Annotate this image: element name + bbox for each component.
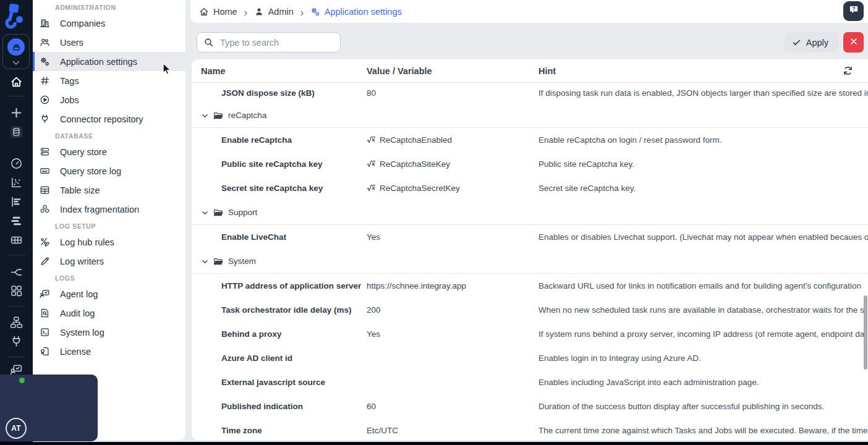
group-row-system[interactable]: System xyxy=(192,249,868,274)
close-icon xyxy=(849,37,858,48)
sidebar-item-system-log[interactable]: System log xyxy=(33,323,185,342)
setting-name: Enable LiveChat xyxy=(201,232,367,242)
setting-name: JSON dispose size (kB) xyxy=(201,88,367,98)
chevron-down-icon[interactable] xyxy=(201,111,209,119)
formula-icon xyxy=(367,184,376,193)
app-screen: AT ADMINISTRATIONCompaniesUsersApplicati… xyxy=(0,0,868,445)
sidebar-item-users[interactable]: Users xyxy=(33,33,185,52)
setting-row-public-site-recaptcha-key[interactable]: Public site reCaptcha keyReCaptchaSiteKe… xyxy=(192,152,868,176)
main-area: HomeAdminApplication settings ? Apply xyxy=(190,0,868,445)
list-bars-icon[interactable] xyxy=(10,214,23,227)
setting-row-time-zone[interactable]: Time zoneEtc/UTCThe current time zone ag… xyxy=(192,418,868,440)
chevron-down-icon[interactable] xyxy=(201,257,209,265)
setting-row-behind-a-proxy[interactable]: Behind a proxyYesIf system runs behind a… xyxy=(192,322,868,346)
setting-row-published-indication[interactable]: Published indication60Duration of the su… xyxy=(192,394,868,418)
setting-row-secret-site-recaptcha-key[interactable]: Secret site reCaptcha keyReCaptchaSecret… xyxy=(192,176,868,200)
sitemap-icon[interactable] xyxy=(10,316,23,329)
sidebar-item-label: Tags xyxy=(60,76,79,86)
group-label: reCaptcha xyxy=(228,111,266,120)
sidebar-item-log-hub-rules[interactable]: Log hub rules xyxy=(33,232,185,252)
setting-value: Yes xyxy=(367,329,538,339)
sidebar-item-application-settings[interactable]: Application settings xyxy=(33,52,185,71)
sidebar-item-table-size[interactable]: Table size xyxy=(33,180,185,200)
setting-row-http-address-of-application-server[interactable]: HTTP address of application serverhttps:… xyxy=(192,274,868,298)
sidebar-item-license[interactable]: License xyxy=(33,342,185,361)
sidebar-item-label: Jobs xyxy=(60,95,79,105)
vertical-scrollbar[interactable] xyxy=(864,295,867,370)
help-chat-button[interactable]: ? xyxy=(843,1,864,21)
sidebar-item-query-store-log[interactable]: Query store log xyxy=(33,161,185,180)
setting-value: https://schnee.integray.app xyxy=(367,281,538,290)
sidebar-item-connector-repository[interactable]: Connector repository xyxy=(33,109,185,129)
close-button[interactable] xyxy=(843,32,864,53)
bar-chart-icon[interactable] xyxy=(10,195,23,208)
scatter-chart-icon[interactable] xyxy=(10,176,23,189)
workspace-switcher[interactable] xyxy=(2,34,30,69)
breadcrumb-label: Home xyxy=(213,7,237,17)
sidebar-item-label: Query store log xyxy=(60,166,121,176)
sidebar-item-query-store[interactable]: Query store xyxy=(33,142,185,161)
gears-icon xyxy=(310,7,320,17)
column-header-hint[interactable]: Hint xyxy=(538,66,868,76)
sidebar-item-agent-log[interactable]: Agent log xyxy=(33,284,185,303)
setting-name: External javascript source xyxy=(201,378,367,387)
table-grid-icon[interactable] xyxy=(10,234,23,247)
setting-row-external-javascript-source[interactable]: External javascript sourceEnables includ… xyxy=(192,370,868,394)
widgets-icon[interactable] xyxy=(10,284,23,297)
formula-icon xyxy=(367,159,376,169)
search-input[interactable] xyxy=(219,37,333,48)
breadcrumb-admin[interactable]: Admin xyxy=(254,7,294,17)
folder-icon xyxy=(213,256,223,266)
refresh-icon[interactable] xyxy=(843,66,853,76)
setting-value: Etc/UTC xyxy=(367,426,538,435)
setting-row-enable-livechat[interactable]: Enable LiveChatYesEnables or disables Li… xyxy=(192,225,868,249)
setting-row-enable-recaptcha[interactable]: Enable reCaptchaReCaptchaEnabledEnable r… xyxy=(192,128,868,152)
plug-icon[interactable] xyxy=(10,335,23,348)
rail-divider xyxy=(7,306,25,307)
nav-section-logs: LOGS xyxy=(33,271,185,284)
rail-divider xyxy=(7,357,25,357)
sidebar-item-label: Companies xyxy=(60,19,105,28)
breadcrumb-application-settings[interactable]: Application settings xyxy=(310,7,402,17)
group-row-recaptcha[interactable]: reCaptcha xyxy=(192,103,868,128)
setting-name: HTTP address of application server xyxy=(201,281,367,290)
folder-icon xyxy=(213,208,223,218)
breadcrumb-home[interactable]: Home xyxy=(199,7,237,17)
setting-value: 60 xyxy=(367,402,538,411)
hash-icon xyxy=(40,75,50,86)
setting-value: 80 xyxy=(367,88,538,98)
avatar[interactable]: AT xyxy=(6,418,27,439)
chevron-down-icon[interactable] xyxy=(201,208,209,216)
integray-logo-icon[interactable] xyxy=(4,3,28,29)
license-icon xyxy=(40,346,50,357)
sidebar-item-tags[interactable]: Tags xyxy=(33,71,185,90)
sidebar-item-companies[interactable]: Companies xyxy=(33,14,185,33)
pen-icon xyxy=(40,256,50,266)
setting-row-json-dispose-size-kb[interactable]: JSON dispose size (kB)80If disposing tas… xyxy=(192,83,868,103)
play-circle-icon xyxy=(40,95,50,105)
sidebar-item-label: Index fragmentation xyxy=(60,205,139,214)
setting-row-task-orchestrator-idle-delay-ms[interactable]: Task orchestrator idle delay (ms)200When… xyxy=(192,298,868,322)
sidebar-item-index-fragmentation[interactable]: Index fragmentation xyxy=(33,200,185,219)
home-icon[interactable] xyxy=(10,75,23,88)
group-row-support[interactable]: Support xyxy=(192,200,868,225)
setting-row-azure-ad-client-id[interactable]: Azure AD client idEnables login in to In… xyxy=(192,346,868,370)
sidebar-item-audit-log[interactable]: Audit log xyxy=(33,303,185,323)
setting-name: Task orchestrator idle delay (ms) xyxy=(201,305,367,315)
column-header-value[interactable]: Value / Variable xyxy=(367,66,538,76)
table-size-icon xyxy=(40,185,50,195)
apply-button[interactable]: Apply xyxy=(785,32,838,53)
plus-icon[interactable] xyxy=(10,106,23,119)
gauge-icon[interactable] xyxy=(10,157,23,170)
database-box-icon[interactable] xyxy=(10,125,23,138)
sidebar-item-log-writers[interactable]: Log writers xyxy=(33,252,185,271)
sidebar-item-jobs[interactable]: Jobs xyxy=(33,90,185,109)
setting-name: Enable reCaptcha xyxy=(201,135,367,145)
setting-name: Secret site reCaptcha key xyxy=(201,184,367,193)
column-header-name[interactable]: Name xyxy=(201,66,367,76)
check-icon xyxy=(792,38,801,47)
flow-split-icon[interactable] xyxy=(10,266,23,279)
sidebar-item-label: Users xyxy=(60,38,83,48)
group-label: Support xyxy=(228,208,257,217)
setting-hint: Duration of the success button display a… xyxy=(538,402,868,411)
